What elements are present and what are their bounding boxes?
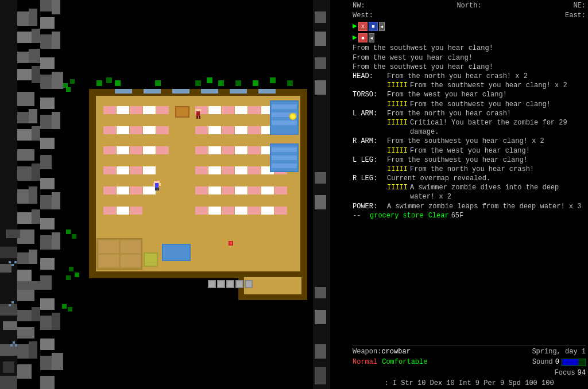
svg-rect-42 [40, 115, 52, 129]
svg-rect-176 [272, 104, 297, 109]
svg-rect-52 [40, 258, 55, 270]
svg-rect-9 [32, 66, 40, 83]
sound-label: Sound [532, 357, 553, 367]
svg-rect-159 [222, 186, 234, 194]
item-icon-4: ■ [358, 33, 368, 42]
svg-rect-230 [287, 80, 293, 86]
svg-rect-188 [154, 181, 160, 183]
svg-rect-242 [315, 367, 326, 384]
lleg-bars: IIIII [387, 165, 408, 174]
svg-rect-134 [156, 146, 169, 154]
svg-rect-169 [222, 207, 234, 215]
svg-rect-217 [121, 255, 141, 267]
svg-rect-182 [272, 155, 297, 160]
svg-rect-25 [17, 270, 32, 281]
svg-rect-178 [272, 120, 297, 125]
svg-rect-196 [196, 116, 198, 119]
svg-rect-43 [52, 112, 60, 129]
svg-rect-183 [272, 164, 297, 168]
svg-rect-59 [52, 353, 63, 370]
svg-rect-17 [32, 164, 40, 181]
svg-rect-105 [301, 271, 307, 300]
svg-rect-130 [103, 146, 116, 154]
svg-rect-150 [248, 166, 261, 174]
svg-rect-121 [143, 126, 156, 134]
msg-line-2: From the west you hear clang! [353, 53, 586, 63]
svg-rect-170 [235, 207, 247, 215]
svg-rect-227 [235, 80, 241, 86]
msg-text-rarm2: From the west you hear clang! [410, 146, 530, 155]
svg-rect-163 [274, 186, 287, 194]
svg-rect-50 [40, 235, 52, 250]
svg-rect-238 [315, 195, 326, 209]
svg-rect-112 [208, 106, 221, 114]
stats-row: : I Str 10 Dex 10 Int 9 Per 9 Spd 100 10… [353, 379, 586, 388]
svg-rect-221 [106, 77, 112, 83]
svg-rect-87 [66, 87, 71, 92]
svg-rect-56 [52, 313, 60, 330]
svg-point-199 [291, 114, 295, 119]
svg-rect-8 [17, 69, 32, 80]
svg-rect-85 [63, 83, 68, 88]
svg-rect-40 [52, 72, 63, 89]
svg-rect-11 [17, 112, 29, 123]
svg-rect-241 [315, 344, 326, 359]
svg-rect-31 [29, 341, 37, 359]
svg-rect-78 [66, 275, 71, 280]
svg-rect-122 [156, 126, 169, 134]
svg-rect-80 [69, 267, 74, 271]
svg-rect-74 [11, 301, 14, 304]
svg-rect-124 [208, 126, 221, 134]
svg-rect-93 [300, 89, 307, 278]
svg-rect-16 [17, 166, 32, 181]
msg-line-3: From the southwest you hear clang! [353, 63, 586, 72]
item-icon-1: X [358, 22, 368, 31]
svg-rect-86 [70, 79, 75, 84]
svg-rect-35 [40, 17, 55, 29]
msg-line-torso: TORSO: From the west you hear clang! [353, 90, 586, 99]
power-label: POWER: [353, 202, 387, 211]
svg-rect-185 [163, 245, 189, 260]
item-icon-3: ◄ [379, 22, 385, 31]
svg-rect-132 [130, 146, 142, 154]
svg-rect-164 [103, 207, 116, 215]
svg-rect-30 [17, 344, 29, 359]
svg-rect-98 [230, 89, 247, 94]
compass-row2: West: East: [353, 11, 586, 20]
svg-rect-155 [130, 186, 142, 194]
location-dash: -- [353, 211, 370, 220]
svg-rect-1 [0, 0, 17, 389]
msg-line-rleg-bars: IIIII A swimmer zombie dives into the de… [353, 183, 586, 201]
svg-rect-131 [117, 146, 129, 154]
svg-rect-5 [32, 29, 40, 43]
condition-row: Normal Comfortable Sound 0 [353, 357, 586, 367]
item-icon-5: ◄ [369, 33, 374, 42]
msg-text-2: From the west you hear clang! [353, 53, 473, 63]
svg-rect-220 [96, 80, 102, 86]
svg-rect-123 [195, 126, 208, 134]
svg-rect-51 [52, 232, 60, 250]
svg-rect-106 [103, 106, 116, 114]
msg-text-larm2: Critical! You batter the zombie for 29 d… [410, 118, 586, 137]
svg-rect-154 [117, 186, 129, 194]
svg-rect-60 [40, 376, 55, 389]
svg-rect-83 [66, 229, 71, 234]
focus-value: 94 [578, 368, 586, 378]
svg-rect-181 [272, 147, 297, 152]
svg-rect-108 [130, 106, 142, 114]
msg-line-larm: L ARM: From the north you hear crash! [353, 109, 586, 118]
svg-rect-34 [52, 0, 60, 14]
svg-rect-136 [208, 146, 221, 154]
svg-rect-162 [261, 186, 274, 194]
svg-rect-28 [32, 307, 40, 321]
svg-rect-119 [117, 126, 129, 134]
svg-rect-139 [248, 146, 261, 154]
hp-bar-fill [562, 359, 578, 365]
svg-rect-126 [235, 126, 247, 134]
svg-rect-192 [153, 183, 155, 186]
svg-rect-135 [195, 146, 208, 154]
svg-rect-153 [103, 186, 116, 194]
svg-rect-191 [157, 188, 159, 190]
svg-rect-142 [103, 166, 116, 174]
svg-rect-2 [17, 11, 29, 26]
